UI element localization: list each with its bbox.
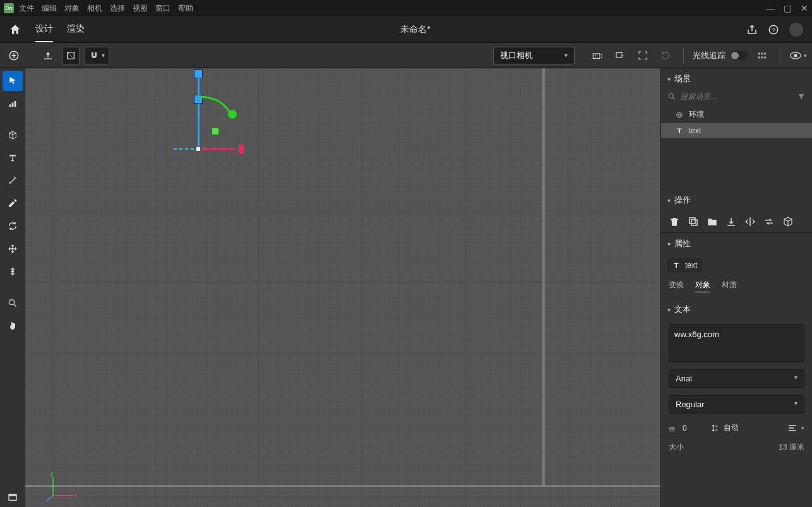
camera-add-icon[interactable]: +: [588, 47, 606, 64]
text-tool[interactable]: [3, 148, 23, 168]
swap-icon[interactable]: [763, 216, 775, 227]
tracking-value: 0: [683, 424, 687, 432]
leading-field[interactable]: AA 自动: [711, 422, 739, 433]
font-select[interactable]: Arial ▾: [669, 369, 804, 388]
text-content-input[interactable]: ww.x6g.com: [669, 324, 804, 362]
scene-section-header[interactable]: ▾ 场景: [661, 68, 812, 90]
align-ground-icon[interactable]: [39, 47, 57, 64]
svg-point-19: [669, 93, 673, 98]
scene-item-label: 环境: [689, 109, 704, 120]
duplicate-icon[interactable]: [688, 216, 699, 227]
viewport[interactable]: y x: [25, 68, 660, 507]
document-title: 未命名*: [99, 24, 732, 35]
scene-header-label: 场景: [674, 73, 691, 85]
svg-text:A: A: [715, 427, 718, 431]
move-tool[interactable]: [3, 239, 23, 259]
hand-tool[interactable]: [3, 316, 23, 336]
menu-bar: 文件 编辑 对象 相机 选择 视图 窗口 帮助: [19, 3, 193, 14]
tracking-icon: VA: [669, 424, 679, 432]
svg-rect-22: [691, 220, 697, 225]
tab-render[interactable]: 渲染: [67, 17, 85, 42]
menu-edit[interactable]: 编辑: [42, 3, 57, 14]
cube-tool[interactable]: [3, 125, 23, 145]
workspace-bar: 设计 渲染 未命名* ?: [0, 16, 812, 43]
camera-reset-icon: [657, 47, 674, 64]
text-object-icon: [672, 261, 680, 269]
mirror-icon[interactable]: [744, 216, 756, 227]
menu-window[interactable]: 窗口: [155, 3, 170, 14]
size-value[interactable]: 13 厘米: [779, 442, 804, 453]
tab-transform[interactable]: 变换: [669, 280, 684, 292]
delete-icon[interactable]: [669, 216, 680, 227]
dolly-tool[interactable]: [3, 261, 23, 282]
tracking-field[interactable]: VA 0: [669, 424, 687, 432]
camera-bookmark-icon[interactable]: [611, 47, 629, 64]
svg-rect-12: [11, 271, 14, 273]
svg-rect-10: [12, 103, 14, 107]
title-bar: Dn 文件 编辑 对象 相机 选择 视图 窗口 帮助 — ▢ ✕: [0, 0, 812, 16]
svg-line-18: [47, 496, 53, 501]
properties-section-header[interactable]: ▾ 属性: [661, 232, 812, 254]
globe-icon: [675, 110, 684, 119]
svg-rect-21: [690, 218, 695, 224]
zoom-tool[interactable]: [3, 293, 23, 313]
menu-help[interactable]: 帮助: [178, 3, 193, 14]
property-object-chip: text: [667, 258, 702, 272]
panel-toggle-icon[interactable]: [3, 487, 23, 507]
menu-view[interactable]: 视图: [133, 3, 148, 14]
filter-icon[interactable]: [797, 92, 806, 101]
view-mode-icon[interactable]: ▾: [789, 47, 807, 64]
snap-dropdown[interactable]: ▾: [85, 47, 109, 64]
raytrace-toggle[interactable]: 光线追踪: [693, 50, 748, 61]
chevron-down-icon: ▾: [794, 374, 797, 383]
orbit-tool[interactable]: [3, 216, 23, 236]
tab-material[interactable]: 材质: [722, 280, 737, 292]
camera-dropdown[interactable]: 视口相机 ▾: [493, 47, 575, 64]
search-icon: [667, 92, 676, 101]
eyedropper-tool[interactable]: [3, 193, 23, 213]
home-icon[interactable]: [9, 23, 21, 36]
scene-item-text[interactable]: text: [661, 123, 812, 138]
weight-select[interactable]: Regular ▾: [669, 395, 804, 414]
render-settings-icon[interactable]: [753, 47, 771, 64]
chevron-down-icon: ▾: [667, 76, 671, 83]
chevron-down-icon: ▾: [801, 425, 804, 431]
help-icon[interactable]: ?: [768, 24, 779, 35]
operations-section-header[interactable]: ▾ 操作: [661, 189, 812, 211]
scene-item-environment[interactable]: 环境: [661, 106, 812, 123]
align-ground-icon[interactable]: [725, 216, 737, 227]
menu-select[interactable]: 选择: [110, 3, 125, 14]
share-icon[interactable]: [746, 24, 758, 35]
select-tool[interactable]: [3, 71, 23, 91]
property-tabs: 变换 对象 材质: [661, 276, 812, 299]
tab-design[interactable]: 设计: [35, 17, 53, 42]
normal-select-icon[interactable]: [62, 47, 80, 64]
camera-dropdown-label: 视口相机: [500, 50, 533, 61]
menu-camera[interactable]: 相机: [87, 3, 102, 14]
toggle-switch[interactable]: [731, 51, 748, 60]
camera-frame-icon[interactable]: [634, 47, 652, 64]
properties-header-label: 属性: [674, 238, 691, 249]
cube3d-icon[interactable]: [782, 216, 794, 227]
text-section-header[interactable]: ▾ 文本: [661, 299, 812, 320]
svg-rect-6: [616, 52, 622, 57]
add-icon[interactable]: [5, 47, 23, 64]
font-value: Arial: [676, 374, 692, 383]
menu-file[interactable]: 文件: [19, 3, 34, 14]
close-icon[interactable]: ✕: [801, 3, 808, 13]
tab-object[interactable]: 对象: [695, 280, 710, 292]
maximize-icon[interactable]: ▢: [784, 3, 792, 13]
scene-search-input[interactable]: [680, 92, 793, 101]
chevron-down-icon: ▾: [667, 306, 671, 313]
minimize-icon[interactable]: —: [766, 3, 775, 13]
property-chip-label: text: [685, 261, 697, 270]
text-object-icon: [675, 126, 684, 135]
user-avatar[interactable]: [789, 23, 803, 37]
axis-gizmo[interactable]: y x: [47, 470, 78, 502]
transform-gizmo[interactable]: [167, 72, 249, 154]
menu-object[interactable]: 对象: [64, 3, 80, 14]
scale-tool[interactable]: [3, 93, 23, 114]
align-field[interactable]: ▾: [787, 424, 804, 432]
group-icon[interactable]: [707, 216, 718, 227]
wand-tool[interactable]: [3, 170, 23, 191]
